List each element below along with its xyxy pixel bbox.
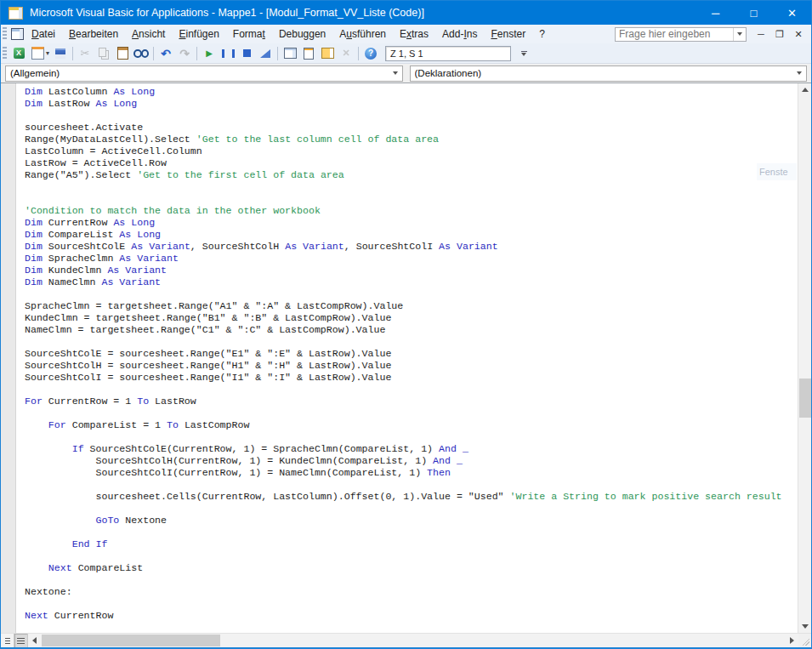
procedure-view-button[interactable] [1, 634, 14, 647]
scroll-right-button[interactable] [786, 634, 798, 647]
menubar-grip[interactable] [3, 27, 7, 41]
code-line: Dim SpracheClmn As Variant [25, 253, 798, 265]
horizontal-scrollbar-thumb[interactable] [42, 635, 220, 646]
vba-app-icon [8, 5, 23, 20]
code-editor[interactable]: Dim LastColumn As LongDim LastRow As Lon… [16, 83, 798, 633]
procedure-combo[interactable]: (Deklarationen) [410, 65, 808, 82]
project-explorer-icon [282, 46, 298, 61]
cut-button[interactable] [76, 45, 94, 62]
chevron-down-icon: ▾ [46, 49, 49, 57]
menu-extras[interactable]: Extras [393, 26, 435, 43]
objbrowser-button[interactable] [318, 45, 337, 62]
design-mode-icon [258, 46, 273, 61]
run-button[interactable] [200, 45, 219, 62]
object-browser-icon [320, 46, 335, 61]
reset-button[interactable] [237, 45, 256, 62]
procedure-view-icon [5, 638, 10, 644]
margin-indicator-bar[interactable] [1, 83, 16, 633]
save-icon [53, 46, 68, 61]
code-line: 'Condition to match the data in the othe… [25, 205, 798, 217]
scroll-down-button[interactable] [798, 620, 811, 633]
horizontal-scrollbar[interactable] [28, 634, 798, 647]
vertical-scrollbar-thumb[interactable] [799, 379, 811, 418]
title-bar: Microsoft Visual Basic for Applications … [1, 1, 811, 25]
undo-button[interactable] [156, 45, 175, 62]
menu-hilfe[interactable]: ? [532, 26, 552, 43]
design-button[interactable] [256, 45, 275, 62]
menu-bar: DateiBearbeitenAnsichtEinfügenFormatDebu… [1, 25, 811, 43]
properties-button[interactable] [299, 45, 318, 62]
undo-icon [158, 46, 173, 61]
break-icon [220, 46, 236, 61]
object-combo[interactable]: (Allgemein) [5, 65, 403, 82]
code-line [25, 193, 798, 205]
code-line: If SourceShtColE(CurrentRow, 1) = Sprach… [25, 443, 798, 455]
userform-button[interactable]: ▾ [28, 45, 51, 62]
arrow-down-icon [802, 624, 809, 629]
minimize-button[interactable]: ─ [696, 1, 735, 25]
toolbox-icon [338, 46, 354, 61]
break-button[interactable] [219, 45, 237, 62]
properties-window-icon [301, 46, 316, 61]
menu-debuggen[interactable]: Debuggen [272, 26, 332, 43]
vertical-scrollbar[interactable] [798, 83, 811, 633]
code-line [25, 336, 798, 348]
excel-button[interactable] [9, 45, 28, 62]
project-button[interactable] [281, 45, 299, 62]
code-line: End If [25, 538, 798, 550]
redo-button[interactable] [175, 45, 194, 62]
code-line [25, 407, 798, 419]
code-lines: Dim LastColumn As LongDim LastRow As Lon… [25, 86, 798, 622]
resize-grip[interactable] [798, 634, 811, 647]
find-button[interactable] [132, 45, 150, 62]
code-line: Dim CompareList As Long [25, 229, 798, 241]
vba-editor-window: Microsoft Visual Basic for Applications … [0, 0, 812, 649]
toolbox-button[interactable] [337, 45, 355, 62]
code-line: Dim LastColumn As Long [25, 86, 798, 98]
chevron-down-icon [737, 32, 742, 36]
procedure-combo-dropdown[interactable] [792, 66, 806, 81]
code-window-icon[interactable] [9, 26, 25, 42]
copy-button[interactable] [94, 45, 113, 62]
code-line: Dim LastRow As Long [25, 98, 798, 110]
code-line [25, 527, 798, 538]
code-line: Next CurrentRow [25, 610, 798, 622]
mdi-minimize-button[interactable]: ─ [752, 26, 770, 42]
close-button[interactable]: ✕ [773, 1, 811, 25]
menu-datei[interactable]: Datei [25, 26, 62, 43]
code-line: SourceShtColE = sourcesheet.Range("E1" &… [25, 348, 798, 360]
maximize-button[interactable]: □ [735, 1, 773, 25]
insert-userform-icon [30, 46, 45, 61]
object-combo-dropdown[interactable] [389, 66, 402, 81]
paste-button[interactable] [113, 45, 132, 62]
menu-add-ins[interactable]: Add-Ins [435, 26, 484, 43]
help-search-input[interactable] [616, 28, 733, 40]
chevron-down-icon [521, 53, 526, 56]
menu-ansicht[interactable]: Ansicht [125, 26, 172, 43]
help-search-box[interactable] [615, 27, 747, 42]
code-line: Dim KundeClmn As Variant [25, 265, 798, 276]
menu-ausfuehren[interactable]: Ausführen [332, 26, 393, 43]
help-button[interactable] [361, 45, 380, 62]
menu-einfuegen[interactable]: Einfügen [172, 26, 225, 43]
code-line [25, 479, 798, 491]
code-line [25, 550, 798, 562]
code-line: LastColumn = ActiveCell.Column [25, 145, 798, 157]
menu-format[interactable]: Format [226, 26, 272, 43]
toolbar-separator [153, 47, 154, 60]
menu-fenster[interactable]: Fenster [484, 26, 532, 43]
toolbar-grip[interactable] [3, 47, 7, 60]
mdi-close-button[interactable]: ✕ [789, 26, 808, 42]
menu-bearbeiten[interactable]: Bearbeiten [62, 26, 125, 43]
help-search-dropdown[interactable] [733, 28, 746, 41]
save-button[interactable] [51, 45, 70, 62]
full-module-view-button[interactable] [14, 634, 28, 647]
run-icon [202, 46, 217, 61]
mdi-restore-button[interactable]: ❐ [770, 26, 789, 42]
code-line [25, 431, 798, 443]
toolbar-buttons: ▾ [9, 45, 380, 62]
scroll-left-button[interactable] [28, 634, 41, 647]
scroll-up-button[interactable] [798, 83, 811, 96]
toolbar-options-button[interactable] [518, 47, 530, 60]
code-line: GoTo Nextone [25, 515, 798, 527]
